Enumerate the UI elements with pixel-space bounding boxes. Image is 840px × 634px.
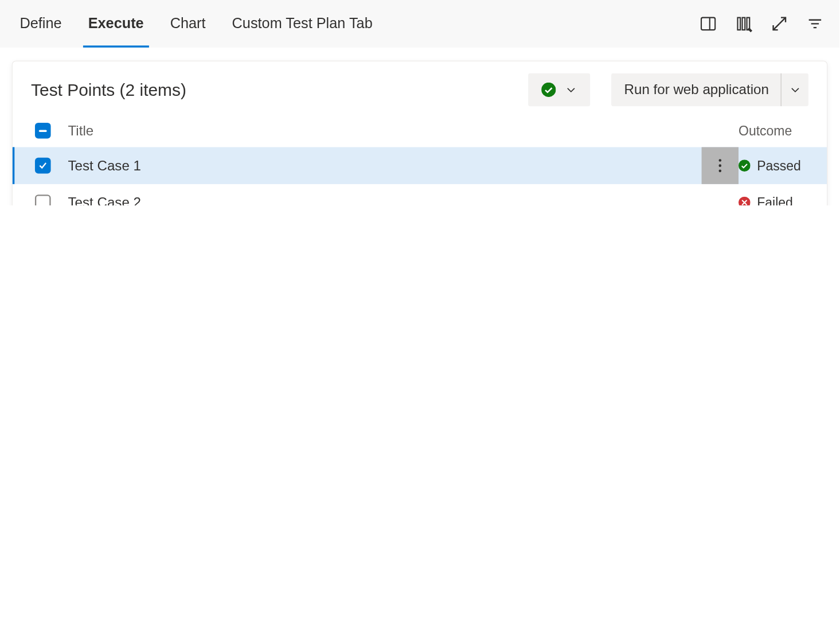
passed-status-icon [739, 160, 751, 172]
filter-icon[interactable] [797, 6, 833, 41]
svg-point-13 [739, 197, 751, 205]
tab-bar: Define Execute Chart Custom Test Plan Ta… [0, 0, 839, 48]
table-row[interactable]: Test Case 2 Failed [13, 184, 827, 205]
svg-rect-0 [701, 18, 715, 30]
tab-define-label: Define [20, 15, 62, 32]
table-header: Title Outcome [13, 114, 827, 147]
svg-point-10 [719, 164, 722, 167]
columns-icon[interactable] [726, 6, 761, 41]
row-checkbox[interactable] [35, 195, 51, 205]
row-outcome: Passed [739, 158, 821, 173]
fullscreen-icon[interactable] [761, 6, 797, 41]
row-outcome: Failed [739, 195, 821, 205]
row-title: Test Case 1 [68, 158, 701, 174]
tab-chart[interactable]: Chart [157, 0, 219, 48]
test-points-panel: Test Points (2 items) Run for web applic… [12, 61, 828, 205]
more-vertical-icon [718, 158, 722, 174]
row-outcome-label: Failed [757, 195, 793, 205]
tab-execute[interactable]: Execute [75, 0, 157, 48]
chevron-down-icon [565, 84, 577, 96]
tab-custom-label: Custom Test Plan Tab [232, 15, 373, 32]
panel-layout-icon[interactable] [690, 6, 726, 41]
row-checkbox[interactable] [35, 158, 51, 174]
run-split-chevron[interactable] [781, 73, 808, 107]
tab-execute-label: Execute [88, 15, 144, 32]
failed-status-icon [739, 197, 751, 205]
svg-point-8 [541, 83, 556, 97]
column-title[interactable]: Title [68, 123, 701, 139]
chevron-down-icon [789, 84, 801, 96]
select-all-checkbox[interactable] [35, 123, 51, 139]
tab-custom[interactable]: Custom Test Plan Tab [219, 0, 386, 48]
panel-title: Test Points (2 items) [31, 80, 528, 100]
table-row[interactable]: Test Case 1 Passed [13, 147, 827, 184]
passed-status-icon [541, 83, 556, 97]
row-title: Test Case 2 [68, 195, 701, 205]
tab-chart-label: Chart [170, 15, 206, 32]
mark-outcome-dropdown[interactable] [528, 73, 590, 107]
svg-point-9 [719, 159, 722, 162]
svg-point-11 [719, 170, 722, 173]
panel-header: Test Points (2 items) Run for web applic… [13, 61, 827, 114]
svg-rect-3 [743, 18, 745, 30]
row-outcome-label: Passed [757, 158, 801, 173]
column-outcome[interactable]: Outcome [739, 123, 821, 138]
svg-point-12 [739, 160, 751, 172]
tab-define[interactable]: Define [7, 0, 75, 48]
run-for-web-button[interactable]: Run for web application [611, 73, 808, 107]
run-button-label: Run for web application [624, 82, 769, 98]
svg-rect-2 [737, 18, 740, 30]
column-outcome-label: Outcome [739, 123, 792, 138]
row-more-actions-button[interactable] [702, 147, 739, 184]
